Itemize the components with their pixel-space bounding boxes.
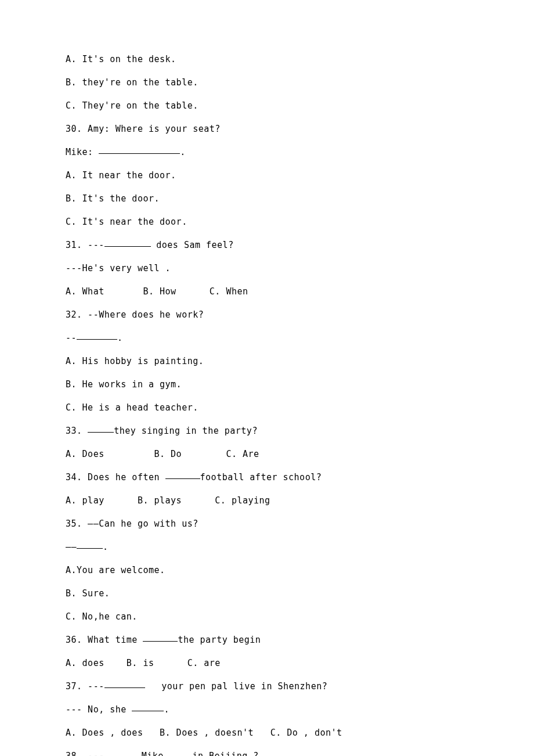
q30-option-b: B. It's the door. [66, 193, 534, 205]
blank-fill [132, 703, 164, 711]
q37-l2-pre: --- No, she [66, 704, 132, 715]
q30-response: Mike: . [66, 146, 534, 159]
period: . [164, 704, 169, 715]
q35-option-b: B. Sure. [66, 588, 534, 600]
period: . [103, 542, 108, 552]
q38-prompt: 38. --- Mike in Beijing ? [66, 750, 534, 756]
blank-fill [110, 749, 136, 756]
q36-post: the party begin [178, 635, 261, 645]
q35-response: ——. [66, 541, 534, 553]
q33-prompt: 33. they singing in the party? [66, 425, 534, 437]
q32-response: --. [66, 332, 534, 344]
q37-options: A. Does , does B. Does , doesn't C. Do ,… [66, 727, 534, 739]
q31-response: ---He's very well . [66, 262, 534, 275]
blank-fill [165, 470, 200, 479]
q37-pre: 37. --- [66, 681, 104, 692]
q30-prompt: 30. Amy: Where is your seat? [66, 123, 534, 135]
q38-post: in Beijing ? [187, 751, 259, 756]
q36-pre: 36. What time [66, 635, 143, 645]
dash: -- [66, 333, 77, 343]
blank-fill [104, 679, 145, 688]
period: . [180, 147, 186, 157]
q34-post: football after school? [200, 472, 322, 483]
q37-prompt: 37. --- your pen pal live in Shenzhen? [66, 681, 534, 693]
q30-mike-label: Mike: [66, 147, 99, 157]
q32-option-c: C. He is a head teacher. [66, 402, 534, 414]
blank-fill [143, 633, 178, 642]
blank-fill [99, 145, 180, 154]
q38-pre: 38. --- [66, 751, 110, 756]
q29-option-a: A. It's on the desk. [66, 53, 534, 66]
q33-pre: 33. [66, 426, 88, 436]
q31-options: A. What B. How C. When [66, 286, 534, 298]
q38-mid: Mike [136, 751, 164, 756]
q31-post: does Sam feel? [151, 240, 234, 250]
q29-option-b: B. they're on the table. [66, 77, 534, 89]
q36-prompt: 36. What time the party begin [66, 634, 534, 646]
blank-fill [77, 331, 117, 340]
q33-post: they singing in the party? [114, 426, 258, 436]
q32-prompt: 32. --Where does he work? [66, 309, 534, 321]
q35-prompt: 35. ——Can he go with us? [66, 518, 534, 530]
q34-options: A. play B. plays C. playing [66, 495, 534, 507]
q29-option-c: C. They're on the table. [66, 100, 534, 112]
blank-fill [77, 540, 103, 549]
q32-option-b: B. He works in a gym. [66, 379, 534, 391]
q34-prompt: 34. Does he often football after school? [66, 471, 534, 484]
blank-fill [88, 424, 114, 433]
blank-fill [104, 238, 151, 247]
q33-options: A. Does B. Do C. Are [66, 448, 534, 460]
q30-option-c: C. It's near the door. [66, 216, 534, 228]
q35-option-a: A.You are welcome. [66, 564, 534, 577]
period: . [117, 333, 122, 343]
q34-pre: 34. Does he often [66, 472, 165, 483]
q37-response: --- No, she . [66, 704, 534, 716]
q36-options: A. does B. is C. are [66, 657, 534, 669]
dash: —— [66, 542, 77, 552]
q35-option-c: C. No,he can. [66, 611, 534, 623]
blank-fill [164, 749, 187, 756]
q30-option-a: A. It near the door. [66, 170, 534, 182]
q32-option-a: A. His hobby is painting. [66, 355, 534, 368]
q37-post: your pen pal live in Shenzhen? [145, 681, 328, 692]
q31-prompt: 31. --- does Sam feel? [66, 239, 534, 251]
q31-pre: 31. --- [66, 240, 104, 250]
